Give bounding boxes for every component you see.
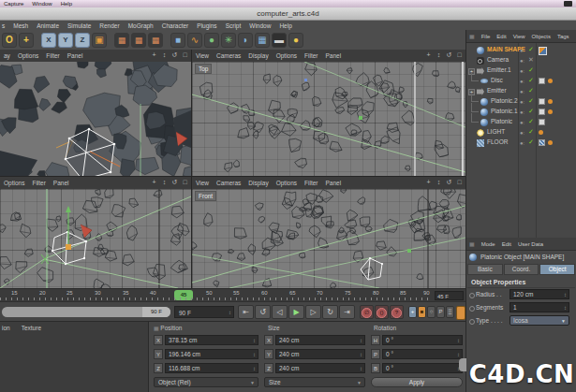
add-environment-button[interactable]: ▦ [255,33,270,48]
visibility-dots[interactable]: ●: [520,67,524,75]
vp-menu-filter[interactable]: Filter [304,180,318,186]
key-rotation-toggle[interactable]: ○ [427,306,436,318]
next-frame-button[interactable]: ▷ [305,305,321,319]
visibility-dots[interactable]: ●: [520,78,524,85]
menu-window[interactable]: Window [249,22,271,29]
vp-menu-view[interactable]: View [196,52,209,59]
expression-tag-icon[interactable] [539,130,543,135]
visibility-dots[interactable]: ●: [520,109,524,116]
maximize-icon[interactable]: □ [455,178,464,187]
play-reverse-button[interactable]: ↺ [255,305,271,319]
menu-mograph[interactable]: MoGraph [128,22,154,29]
viewport-top-canvas[interactable] [192,62,465,176]
material-tag-icon[interactable] [548,79,553,83]
timeline-scrollbar[interactable]: 90 F [2,307,170,317]
goto-end-button[interactable]: ⇥ [339,305,355,319]
object-row-camera[interactable]: Camera ●: ✕ [466,55,576,65]
rotate-tool-icon[interactable]: O [2,33,17,48]
visibility-dots[interactable]: ●: [520,119,524,126]
viewport-perspective-canvas[interactable] [0,62,191,176]
maximize-icon[interactable]: □ [181,51,189,60]
goto-start-button[interactable]: ⇤ [238,305,254,319]
size-y-field[interactable]: 240 cm↕ [275,349,365,359]
om-menu-objects[interactable]: Objects [532,34,551,39]
om-menu-tags[interactable]: Tags [557,34,569,39]
vp-menu-options[interactable]: Options [18,52,38,59]
rotate-icon[interactable]: ↺ [170,51,179,60]
enable-check[interactable]: ✓ [528,128,534,136]
vp-menu-display[interactable]: ay [4,52,10,59]
vp-menu-options[interactable]: Options [276,52,297,59]
pan-icon[interactable]: + [150,51,158,60]
object-row-platonic[interactable]: Platonic ●: ✓ [466,117,576,127]
vp-menu-panel[interactable]: Panel [326,180,342,186]
menu-help[interactable]: Help [279,22,291,29]
visibility-dots[interactable]: ●: [520,88,524,95]
pan-icon[interactable]: + [424,51,433,60]
enable-check[interactable]: ✓ [528,66,534,74]
vp-menu-options[interactable]: Options [276,180,297,186]
panel-scrollbar-knob[interactable] [459,358,466,371]
autokey-icon[interactable] [456,306,465,320]
window-titlebar[interactable]: computer_arts.c4d [0,7,576,21]
add-primitive-button[interactable]: ■ [170,33,185,48]
viewport-front[interactable]: View Cameras Display Options Filter Pane… [192,177,465,288]
key-scale-toggle[interactable]: ■ [418,306,426,318]
vp-menu-panel[interactable]: Panel [326,52,342,59]
size-x-field[interactable]: 240 cm↕ [275,335,365,345]
render-picture-viewer-button[interactable]: ▦ [131,33,146,48]
selected-wireframe[interactable] [361,258,382,280]
rotate-icon[interactable]: ↺ [170,178,179,187]
lock-x-axis-button[interactable]: X [41,33,56,48]
segments-field[interactable]: 1↕ [510,302,569,312]
vp-menu-options[interactable]: Options [4,180,24,186]
material-tag-icon[interactable] [548,99,553,104]
size-z-field[interactable]: 240 cm↕ [275,363,365,373]
object-row-light[interactable]: LIGHT ●: ✓ [466,127,576,138]
menubar-extra-icon[interactable] [564,1,572,7]
object-row-emitter[interactable]: + Emitter ●: ✓ [466,86,576,96]
enable-check[interactable]: ✕ [528,56,534,64]
texture-tag-icon[interactable] [539,139,545,146]
mac-menu-window[interactable]: Window [32,0,52,7]
position-mode-dropdown[interactable]: Object (Rel)▼ [154,377,258,387]
anim-dot-icon[interactable] [469,319,475,325]
visibility-dots[interactable]: ●: [520,139,524,147]
om-menu-view[interactable]: View [513,34,525,39]
materials-menu-texture[interactable]: Texture [22,325,41,331]
anim-dot-icon[interactable] [469,306,475,312]
enable-check[interactable]: ✓ [528,97,534,105]
dolly-icon[interactable]: ↕ [160,178,169,187]
visibility-dots[interactable]: ●: [520,98,524,106]
pos-z-field[interactable]: 116.688 cm↕ [165,363,258,373]
selected-icosahedron[interactable] [66,129,114,176]
rot-b-field[interactable]: 0 °↕ [382,363,463,373]
key-parameter-toggle[interactable]: P [436,306,445,318]
visibility-dots[interactable]: ●: [520,47,524,54]
am-menu-mode[interactable]: Mode [481,241,495,247]
render-view-button[interactable]: ▦ [114,33,129,48]
dolly-icon[interactable]: ↕ [435,51,443,60]
viewport-front-canvas[interactable] [192,189,465,288]
add-spline-button[interactable]: ∿ [187,33,202,48]
move-tool-icon[interactable]: + [19,33,34,48]
phong-tag-icon[interactable] [539,98,545,105]
maximize-icon[interactable]: □ [181,178,189,187]
add-camera-button[interactable]: ▬ [272,33,287,48]
object-row-emitter1[interactable]: + Emitter.1 ●: ✓ [466,65,576,76]
add-modeling-button[interactable]: ● [204,33,219,48]
fx-tag-icon[interactable] [539,47,547,55]
vp-menu-filter[interactable]: Filter [304,52,318,59]
viewport-side[interactable]: Options Filter Panel + ↕ ↺ □ [0,177,191,288]
visibility-dots[interactable]: ●: [520,57,524,65]
pos-x-field[interactable]: 378.15 cm↕ [165,335,258,345]
rotate-icon[interactable]: ↺ [445,51,453,60]
phong-tag-icon[interactable] [539,78,545,84]
range-end-label[interactable]: 90 F [142,307,170,317]
vp-menu-filter[interactable]: Filter [46,52,59,59]
viewport-side-canvas[interactable] [0,189,191,288]
material-tag-icon[interactable] [548,140,553,145]
menu-simulate[interactable]: Simulate [67,22,91,29]
tab-basic[interactable]: Basic [467,264,503,275]
object-row-platonic2[interactable]: Platonic.2 ●: ✓ [466,96,576,107]
